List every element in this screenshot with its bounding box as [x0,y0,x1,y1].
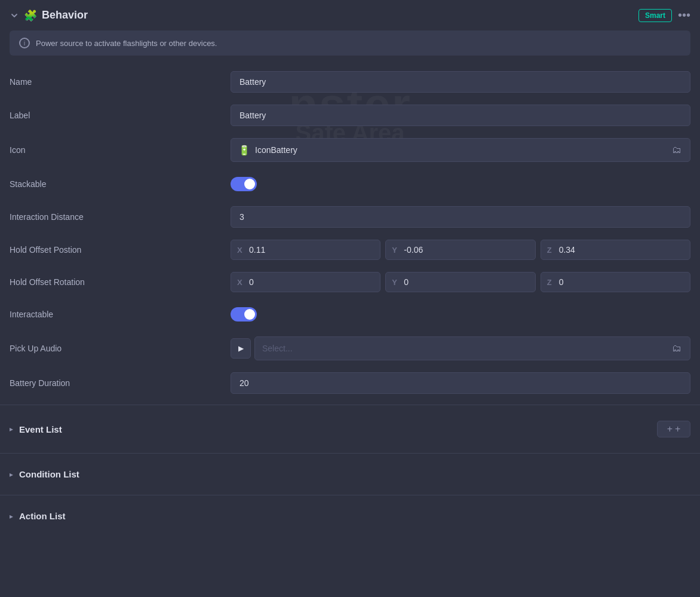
info-icon: i [19,38,30,48]
hold-offset-rotation-y-field: Y [385,272,535,292]
panel-title: Behavior [42,9,88,22]
stackable-toggle[interactable] [231,177,257,191]
audio-folder-button[interactable]: 🗂 [671,342,683,355]
interaction-distance-control [231,206,690,228]
y-label: Y [392,246,400,255]
event-list-title: Event List [19,424,62,434]
plus-icon: + [667,424,673,434]
icon-control: 🔋 IconBattery 🗂 [231,138,690,162]
hold-offset-rotation-y-input[interactable] [404,277,529,287]
label-control [231,105,690,126]
stackable-control [231,177,690,191]
event-list-chevron-icon: ▸ [10,425,13,433]
condition-list-chevron-icon: ▸ [10,470,13,479]
hold-offset-position-x-field: X [231,240,380,260]
smart-badge: Smart [638,9,672,22]
name-input[interactable] [231,71,690,93]
stackable-label: Stackable [10,179,231,189]
more-options-icon[interactable]: ••• [678,8,690,22]
interactable-toggle-wrap [231,307,690,322]
label-input[interactable] [231,105,690,126]
x-label: X [237,246,245,255]
play-icon: ▶ [238,344,244,353]
interaction-distance-input[interactable] [231,206,690,228]
battery-duration-input[interactable] [231,372,690,394]
behavior-panel: nster Safe Area 🧩 Behavior Smart ••• i P… [0,0,700,597]
battery-duration-control [231,372,690,394]
info-banner: i Power source to activate flashlights o… [10,30,690,56]
icon-field: 🔋 IconBattery 🗂 [231,138,690,162]
hold-offset-position-row: Hold Offset Postion X Y Z [10,234,690,266]
stackable-row: Stackable [10,168,690,200]
battery-duration-label: Battery Duration [10,378,231,388]
rot-x-label: X [237,278,245,287]
plus-icon-2: + [675,424,680,434]
interactable-control [231,307,690,322]
hold-offset-rotation-z-input[interactable] [559,277,684,287]
rot-z-label: Z [547,278,555,287]
icon-label: Icon [10,145,231,155]
action-list-title: Action List [19,511,66,521]
event-list-actions: + + [657,421,690,437]
audio-field: ▶ Select... 🗂 [231,336,690,360]
condition-list-title: Condition List [19,469,79,479]
puzzle-icon: 🧩 [24,9,37,22]
pickup-audio-row: Pick Up Audio ▶ Select... 🗂 [10,330,690,366]
event-list-add-button[interactable]: + + [657,421,690,437]
pickup-audio-control: ▶ Select... 🗂 [231,336,690,360]
hold-offset-rotation-z-field: Z [541,272,690,292]
hold-offset-rotation-xyz: X Y Z [231,272,690,292]
name-control [231,71,690,93]
interaction-distance-label: Interaction Distance [10,212,231,222]
condition-list-section[interactable]: ▸ Condition List [0,458,700,490]
battery-icon: 🔋 [238,144,250,156]
interactable-toggle[interactable] [231,307,257,322]
battery-duration-row: Battery Duration [10,366,690,400]
header-left: 🧩 Behavior [10,9,88,22]
icon-field-text: IconBattery [255,145,666,155]
rot-y-label: Y [392,278,400,287]
divider-2 [0,453,700,454]
icon-row: Icon 🔋 IconBattery 🗂 [10,132,690,168]
hold-offset-position-z-input[interactable] [559,245,684,255]
z-label: Z [547,246,555,255]
header-right: Smart ••• [638,8,690,22]
pickup-audio-label: Pick Up Audio [10,344,231,353]
divider-3 [0,495,700,495]
name-label: Name [10,77,231,87]
hold-offset-position-y-field: Y [385,240,535,260]
interactable-slider [231,307,257,322]
info-text: Power source to activate flashlights or … [36,39,217,48]
hold-offset-position-control: X Y Z [231,240,690,260]
hold-offset-position-z-field: Z [541,240,690,260]
hold-offset-rotation-control: X Y Z [231,272,690,292]
collapse-chevron-icon[interactable] [10,11,19,20]
hold-offset-rotation-label: Hold Offset Rotation [10,277,231,287]
hold-offset-rotation-x-input[interactable] [249,277,374,287]
interactable-row: Interactable [10,298,690,330]
interactable-label: Interactable [10,310,231,319]
audio-placeholder: Select... [262,344,671,353]
audio-select[interactable]: Select... 🗂 [254,336,690,360]
divider-1 [0,405,700,405]
panel-header: 🧩 Behavior Smart ••• [0,0,700,30]
hold-offset-position-x-input[interactable] [249,245,374,255]
icon-folder-button[interactable]: 🗂 [671,143,683,157]
action-list-section[interactable]: ▸ Action List [0,500,700,532]
form-content: Name Label Icon 🔋 IconBattery 🗂 [0,65,700,400]
hold-offset-position-xyz: X Y Z [231,240,690,260]
hold-offset-rotation-x-field: X [231,272,380,292]
label-label: Label [10,111,231,120]
action-list-chevron-icon: ▸ [10,512,13,521]
hold-offset-rotation-row: Hold Offset Rotation X Y Z [10,266,690,298]
audio-play-button[interactable]: ▶ [231,338,251,359]
hold-offset-position-label: Hold Offset Postion [10,245,231,255]
stackable-toggle-wrap [231,177,690,191]
event-list-section[interactable]: ▸ Event List + + [0,410,700,448]
stackable-slider [231,177,257,191]
hold-offset-position-y-input[interactable] [404,245,529,255]
label-row: Label [10,99,690,132]
name-row: Name [10,65,690,99]
interaction-distance-row: Interaction Distance [10,200,690,234]
